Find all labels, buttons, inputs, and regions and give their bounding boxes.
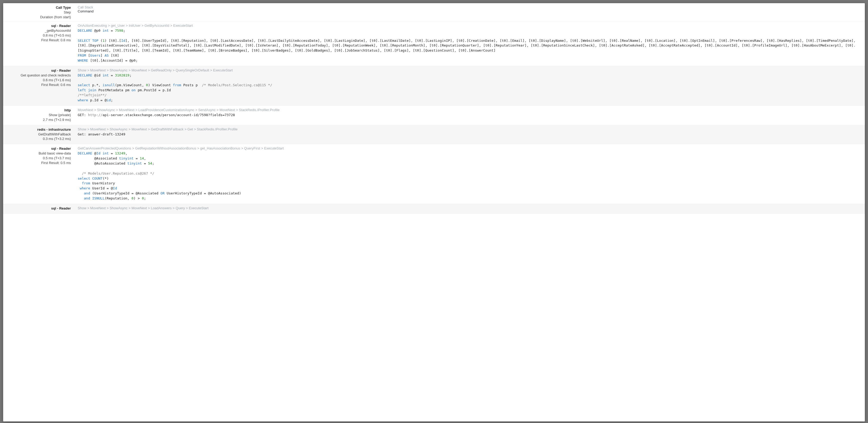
entry-subline: 0.6 ms (T+1.6 ms) — [5, 78, 71, 83]
profiler-header-right: Call Stack Command — [73, 4, 865, 20]
profiler-entry[interactable]: httpShow (private)2.7 ms (T+2.9 ms)MoveN… — [3, 106, 865, 125]
entry-type: sql - Reader — [5, 206, 71, 211]
entry-command: GET: http://api-server.stackexchange.com… — [78, 113, 862, 118]
header-command-label: Command — [78, 9, 862, 13]
entry-call-stack[interactable]: OnActionExecuting > get_User > InitUser … — [78, 24, 862, 28]
entry-type: sql - Reader — [5, 146, 71, 151]
profiler-modal[interactable]: Call Type Step Duration (from start) Cal… — [3, 3, 865, 421]
entry-type: http — [5, 108, 71, 113]
profiler-entry[interactable]: redis - infrastructureGetDraftWithFallba… — [3, 125, 865, 144]
entry-subline: 2.7 ms (T+2.9 ms) — [5, 117, 71, 122]
entry-subline: 0.5 ms (T+3.7 ms) — [5, 156, 71, 161]
profiler-entry[interactable]: sql - ReaderGet question and check redir… — [3, 66, 865, 106]
entry-command: DECLARE @Id int = 13249, @Associated tin… — [78, 151, 862, 201]
profiler-entry[interactable]: sql - ReaderBuild basic view-data0.5 ms … — [3, 144, 865, 204]
entry-subline: Show (private) — [5, 113, 71, 117]
entry-type: sql - Reader — [5, 68, 71, 73]
profiler-header-left: Call Type Step Duration (from start) — [3, 4, 73, 20]
entry-call-stack[interactable]: Show > MoveNext > ShowAsync > MoveNext >… — [78, 127, 862, 131]
profiler-header-row: Call Type Step Duration (from start) Cal… — [3, 3, 865, 22]
entry-subline: Build basic view-data — [5, 151, 71, 156]
entry-subline: First Result: 0.8 ms — [5, 38, 71, 43]
entry-subline: 0.3 ms (T+3.2 ms) — [5, 137, 71, 141]
entry-call-stack[interactable]: GetCanAnswerProtectedQuestions > GetRepu… — [78, 146, 862, 150]
entry-subline: GetDraftWithFallback — [5, 132, 71, 137]
header-call-stack-label: Call Stack — [78, 5, 862, 9]
profiler-entry[interactable]: sql - ReaderShow > MoveNext > ShowAsync … — [3, 204, 865, 214]
entry-type: sql - Reader — [5, 24, 71, 28]
header-duration-label: Duration (from start) — [5, 15, 71, 20]
entry-left: sql - ReaderGet question and check redir… — [3, 67, 73, 103]
entry-right: GetCanAnswerProtectedQuestions > GetRepu… — [73, 145, 865, 201]
entry-right: Show > MoveNext > ShowAsync > MoveNext >… — [73, 67, 865, 103]
entry-left: sql - Reader_getByAccountId0.8 ms (T+0.5… — [3, 23, 73, 63]
entry-right: Show > MoveNext > ShowAsync > MoveNext >… — [73, 205, 865, 211]
entry-command: DECLARE @p0 int = 7598; SELECT TOP (1) [… — [78, 28, 862, 63]
entry-subline: Get question and check redirects — [5, 73, 71, 78]
entry-left: httpShow (private)2.7 ms (T+2.9 ms) — [3, 107, 73, 122]
entry-command: Get: answer-draft-13249 — [78, 132, 862, 137]
entry-right: MoveNext > ShowAsync > MoveNext > LoadPr… — [73, 107, 865, 122]
profiler-entries: sql - Reader_getByAccountId0.8 ms (T+0.5… — [3, 22, 865, 214]
entry-subline: First Result: 0.5 ms — [5, 161, 71, 165]
entry-command: DECLARE @id int = 3102819; select p.*, i… — [78, 73, 862, 103]
entry-left: redis - infrastructureGetDraftWithFallba… — [3, 126, 73, 142]
header-step-label: Step — [5, 10, 71, 15]
entry-subline: 0.8 ms (T+0.5 ms) — [5, 33, 71, 38]
entry-call-stack[interactable]: MoveNext > ShowAsync > MoveNext > LoadPr… — [78, 108, 862, 112]
entry-left: sql - ReaderBuild basic view-data0.5 ms … — [3, 145, 73, 201]
entry-right: Show > MoveNext > ShowAsync > MoveNext >… — [73, 126, 865, 142]
entry-call-stack[interactable]: Show > MoveNext > ShowAsync > MoveNext >… — [78, 206, 862, 210]
entry-subline: First Result: 0.6 ms — [5, 83, 71, 87]
entry-call-stack[interactable]: Show > MoveNext > ShowAsync > MoveNext >… — [78, 68, 862, 72]
profiler-entry[interactable]: sql - Reader_getByAccountId0.8 ms (T+0.5… — [3, 22, 865, 66]
entry-subline: _getByAccountId — [5, 28, 71, 33]
entry-right: OnActionExecuting > get_User > InitUser … — [73, 23, 865, 63]
header-call-type-label: Call Type — [5, 5, 71, 10]
entry-type: redis - infrastructure — [5, 127, 71, 132]
entry-left: sql - Reader — [3, 205, 73, 211]
